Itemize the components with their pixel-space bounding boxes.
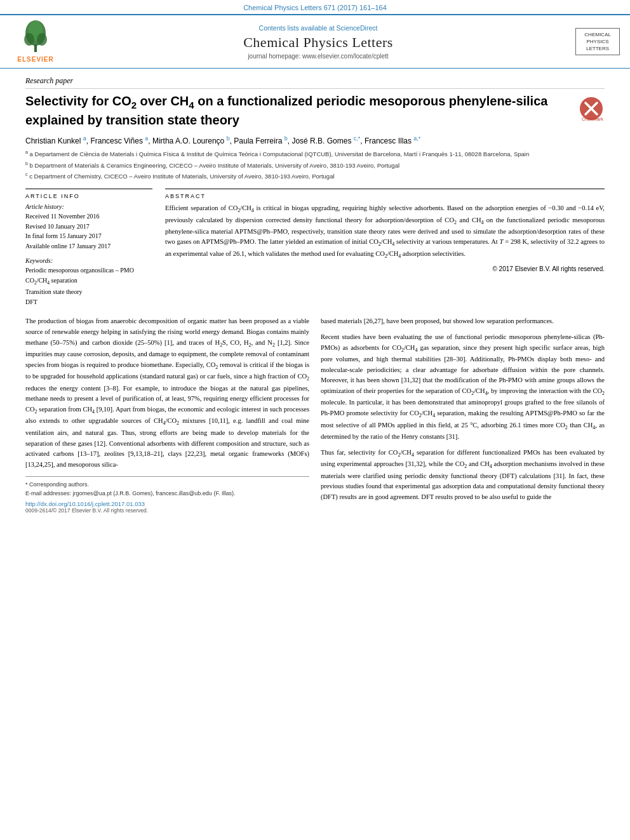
- ph-pmo-paragraph: Recent studies have been evaluating the …: [321, 332, 605, 443]
- keyword-4: DFT: [25, 297, 152, 307]
- keyword-1: Periodic mesoporous organosilicas – PMO: [25, 265, 152, 276]
- abstract-text: Efficient separation of CO2/CH4 is criti…: [165, 203, 605, 260]
- footnote-divider: [25, 476, 309, 477]
- available-date: Available online 17 January 2017: [25, 241, 152, 251]
- intro-paragraph: The production of biogas from anaerobic …: [25, 316, 309, 470]
- authors-line: Christian Kunkel a, Francesc Viñes a, Mi…: [25, 135, 605, 145]
- footnote-section: * Corresponding authors. E-mail addresse…: [25, 481, 309, 498]
- info-abstract-row: ARTICLE INFO Article history: Received 1…: [25, 189, 605, 307]
- paper-title: Selectivity for CO2 over CH4 on a functi…: [25, 93, 573, 129]
- issn-line: 0009-2614/© 2017 Elsevier B.V. All right…: [25, 507, 309, 514]
- received-date: Received 11 November 2016: [25, 211, 152, 222]
- journal-url: journal homepage: www.elsevier.com/locat…: [67, 53, 569, 60]
- paper-type-label: Research paper: [25, 76, 605, 89]
- dft-paragraph: Thus far, selectivity for CO2/CH4 separa…: [321, 448, 605, 503]
- keyword-3: Transition state theory: [25, 287, 152, 297]
- elsevier-tree-icon: [18, 20, 53, 56]
- final-form-date: In final form 15 January 2017: [25, 231, 152, 241]
- main-col-left: The production of biogas from anaerobic …: [25, 316, 309, 514]
- affiliations-block: a a Departament de Ciència de Materials …: [25, 149, 605, 181]
- main-col-right: based materials [26,27], have been propo…: [321, 316, 605, 514]
- affiliation-a: a a Departament de Ciència de Materials …: [25, 149, 605, 159]
- journal-reference-bar: Chemical Physics Letters 671 (2017) 161–…: [0, 0, 630, 14]
- sciencedirect-link[interactable]: ScienceDirect: [337, 24, 378, 32]
- doi-line[interactable]: http://dx.doi.org/10.1016/j.cplett.2017.…: [25, 500, 309, 507]
- main-text-left: The production of biogas from anaerobic …: [25, 316, 309, 470]
- article-info-panel: ARTICLE INFO Article history: Received 1…: [25, 189, 152, 307]
- keywords-list: Periodic mesoporous organosilicas – PMO …: [25, 265, 152, 307]
- svg-text:CrossMark: CrossMark: [582, 117, 603, 121]
- crossmark-icon: CrossMark: [579, 97, 603, 123]
- journal-center-header: Contents lists available at ScienceDirec…: [67, 24, 569, 60]
- abstract-title: ABSTRACT: [165, 193, 605, 199]
- article-info-title: ARTICLE INFO: [25, 193, 152, 199]
- journal-header: ELSEVIER Contents lists available at Sci…: [0, 14, 630, 69]
- svg-point-4: [24, 33, 34, 46]
- keyword-2: CO2/CH4 separation: [25, 276, 152, 287]
- affiliation-c: c c Department of Chemistry, CICECO – Av…: [25, 171, 605, 181]
- main-text-right: based materials [26,27], have been propo…: [321, 316, 605, 502]
- elsevier-logo: ELSEVIER: [10, 20, 61, 63]
- corresponding-authors-note: * Corresponding authors.: [25, 481, 309, 490]
- continuation-paragraph: based materials [26,27], have been propo…: [321, 316, 605, 327]
- title-row: Selectivity for CO2 over CH4 on a functi…: [25, 93, 605, 129]
- svg-point-5: [37, 33, 47, 46]
- crossmark-logo: CrossMark: [579, 97, 605, 126]
- email-line: E-mail addresses: jrgomes@ua.pt (J.R.B. …: [25, 490, 309, 498]
- cpl-badge: CHEMICAL PHYSICS LETTERS: [575, 28, 620, 56]
- revised-date: Revised 10 January 2017: [25, 222, 152, 232]
- paper-body: Research paper Selectivity for CO2 over …: [0, 69, 630, 524]
- cpl-badge-container: CHEMICAL PHYSICS LETTERS: [575, 28, 620, 56]
- abstract-panel: ABSTRACT Efficient separation of CO2/CH4…: [165, 189, 605, 307]
- contents-line: Contents lists available at ScienceDirec…: [67, 24, 569, 32]
- main-content-columns: The production of biogas from anaerobic …: [25, 316, 605, 514]
- journal-reference-text: Chemical Physics Letters 671 (2017) 161–…: [243, 4, 387, 11]
- article-history-label: Article history:: [25, 203, 152, 210]
- copyright-line: © 2017 Elsevier B.V. All rights reserved…: [165, 265, 605, 272]
- keywords-label: Keywords:: [25, 257, 152, 264]
- journal-title: Chemical Physics Letters: [67, 34, 569, 51]
- elsevier-brand-text: ELSEVIER: [17, 56, 53, 63]
- affiliation-b: b b Department of Materials & Ceramics E…: [25, 161, 605, 170]
